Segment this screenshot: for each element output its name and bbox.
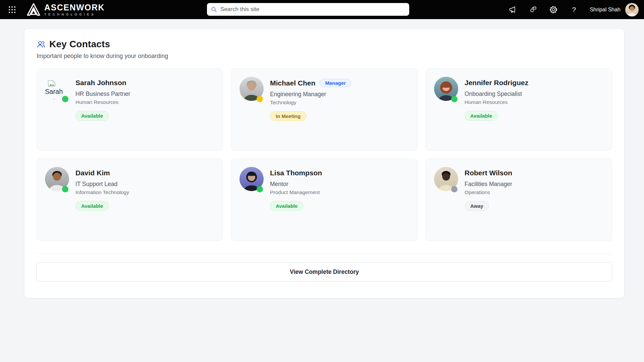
avatar — [239, 77, 264, 101]
contact-card-lisa-thompson: Lisa Thompson Mentor Product Management … — [231, 159, 418, 241]
contact-name: Lisa Thompson — [270, 169, 322, 177]
status-dot-available — [451, 96, 458, 102]
avatar-broken-image: Sarah . — [45, 77, 69, 101]
search-icon — [211, 6, 217, 13]
broken-image-icon — [47, 80, 56, 87]
brand-logo: ASCENWORK TECHNOLOGIES — [26, 3, 105, 16]
site-search[interactable] — [207, 3, 409, 16]
contact-department: Human Resources — [465, 99, 528, 105]
contact-card-jennifer-rodriguez: Jennifer Rodriguez Onboarding Specialist… — [426, 68, 612, 151]
contact-name: Jennifer Rodriguez — [465, 79, 528, 87]
contact-name: Michael Chen — [270, 79, 315, 87]
user-name: Shripal Shah — [590, 7, 621, 13]
avatar — [239, 167, 264, 191]
contact-department: Information Technology — [75, 189, 129, 195]
avatar-alt-text: Sarah — [45, 88, 63, 96]
app-launcher-icon[interactable] — [5, 3, 19, 16]
contact-card-david-kim: David Kim IT Support Lead Information Te… — [37, 159, 223, 241]
status-badge: Available — [465, 111, 498, 121]
status-badge: Available — [75, 111, 109, 121]
brand-name: ASCENWORK — [44, 3, 105, 12]
contact-card-robert-wilson: Robert Wilson Facilities Manager Operati… — [426, 159, 612, 241]
settings-gear-icon[interactable] — [549, 5, 558, 14]
brand-subtitle: TECHNOLOGIES — [44, 13, 105, 16]
user-avatar[interactable] — [625, 3, 639, 16]
contact-card-michael-chen: Michael Chen Manager Engineering Manager… — [231, 68, 418, 151]
divider — [37, 254, 612, 254]
status-badge: Available — [75, 201, 109, 211]
contacts-grid: Sarah . Sarah Johnson HR Business Partne… — [37, 68, 612, 241]
status-dot-available — [62, 186, 68, 192]
connections-icon[interactable] — [528, 5, 538, 14]
contact-department: Human Resources — [75, 99, 130, 105]
contact-role: Onboarding Specialist — [465, 90, 528, 98]
contact-department: Operations — [465, 189, 512, 195]
help-icon[interactable]: ? — [569, 5, 579, 14]
avatar — [434, 167, 458, 191]
contact-role: Engineering Manager — [270, 91, 351, 98]
status-badge: Away — [465, 201, 489, 211]
top-app-bar: ASCENWORK TECHNOLOGIES — [0, 0, 644, 19]
status-dot-available — [62, 96, 68, 102]
page-title: Key Contacts — [49, 39, 110, 50]
contact-name: David Kim — [75, 169, 110, 177]
status-badge: Available — [270, 201, 303, 211]
contact-role: HR Business Partner — [75, 90, 130, 98]
avatar — [434, 77, 458, 101]
contact-department: Product Management — [270, 189, 322, 195]
status-dot-busy — [257, 96, 263, 102]
people-icon — [37, 40, 46, 49]
key-contacts-panel: Key Contacts Important people to know du… — [24, 28, 625, 298]
megaphone-icon[interactable] — [508, 5, 517, 14]
view-complete-directory-button[interactable]: View Complete Directory — [37, 262, 612, 282]
contact-name: Sarah Johnson — [75, 79, 126, 87]
contact-card-sarah-johnson: Sarah . Sarah Johnson HR Business Partne… — [37, 68, 223, 151]
account-menu[interactable]: Shripal Shah — [590, 3, 639, 16]
search-input[interactable] — [220, 6, 405, 13]
contact-role: Facilities Manager — [465, 181, 512, 188]
contact-name: Robert Wilson — [465, 169, 512, 177]
manager-badge: Manager — [320, 79, 351, 87]
brand-mark-icon — [26, 3, 41, 16]
status-dot-away — [451, 186, 458, 192]
avatar — [45, 167, 69, 191]
page-subtitle: Important people to know during your onb… — [37, 53, 612, 60]
contact-role: IT Support Lead — [75, 181, 129, 188]
contact-department: Technology — [270, 100, 351, 106]
contact-role: Mentor — [270, 181, 322, 188]
status-dot-available — [257, 186, 263, 192]
status-badge: In Meeting — [270, 111, 306, 121]
